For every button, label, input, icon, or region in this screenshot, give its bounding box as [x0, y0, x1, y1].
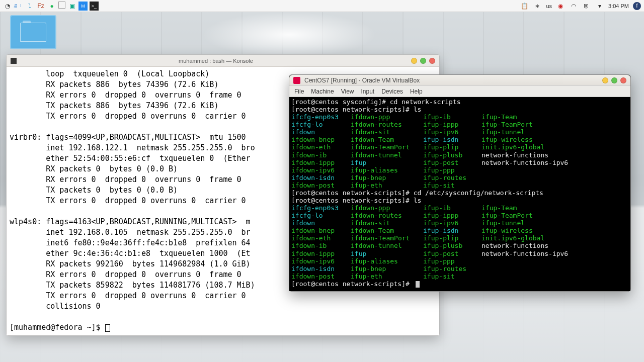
konsole-titlebar[interactable]: muhammed : bash — Konsole: [7, 55, 439, 67]
minimize-button[interactable]: [411, 58, 417, 64]
tray-right: 📋 ∗ us ◉ ◠ ⛨ ▾ 3:04 PM f: [520, 2, 641, 11]
cursor: [105, 324, 110, 332]
top-panel: ◔ ୬౹ ⤵ Fz ● ▣ M >_ 📋 ∗ us ◉ ◠ ⛨ ▾ 3:04 P…: [0, 0, 644, 12]
bluetooth-icon[interactable]: ∗: [533, 2, 542, 11]
virtualbox-window[interactable]: CentOS7 [Running] - Oracle VM VirtualBox…: [289, 74, 631, 292]
maximize-button[interactable]: [420, 58, 426, 64]
close-button[interactable]: [620, 77, 626, 83]
vbox-titlebar[interactable]: CentOS7 [Running] - Oracle VM VirtualBox: [289, 75, 630, 86]
menu-input[interactable]: Input: [361, 88, 375, 95]
wifi-icon[interactable]: ◠: [569, 2, 578, 11]
maximize-button[interactable]: [611, 77, 617, 83]
konsole-app-icon: [11, 58, 17, 64]
spotify-icon[interactable]: ●: [47, 2, 56, 11]
shield-icon[interactable]: ⛨: [582, 2, 591, 11]
mail-icon[interactable]: M: [78, 2, 88, 11]
menu-devices[interactable]: Devices: [381, 88, 403, 95]
desktop-folder[interactable]: [10, 15, 56, 49]
clipboard-icon[interactable]: 📋: [520, 2, 529, 11]
chevron-down-icon[interactable]: ▾: [595, 2, 604, 11]
desktop-icon[interactable]: [58, 2, 65, 9]
jedit-icon[interactable]: ୬౹: [14, 2, 23, 11]
terminal-output: loop txqueuelen 0 (Local Loopback) RX pa…: [10, 69, 255, 311]
vbox-title: CentOS7 [Running] - Oracle VM VirtualBox: [304, 77, 602, 84]
vbox-menubar: File Machine View Input Devices Help: [289, 86, 630, 97]
terminal-prompt: [muhammed@fedora ~]$: [10, 323, 105, 332]
vbox-app-icon: [293, 77, 300, 84]
konsole-icon[interactable]: >_: [90, 2, 99, 11]
filezilla-icon[interactable]: Fz: [36, 2, 45, 11]
clock[interactable]: 3:04 PM: [608, 3, 629, 9]
vbox-terminal[interactable]: [root@centos sysconfig]# cd network-scri…: [289, 97, 630, 291]
menu-help[interactable]: Help: [410, 88, 423, 95]
konsole-title: muhammed : bash — Konsole: [21, 58, 411, 64]
close-button[interactable]: [429, 58, 435, 64]
wallpaper-light: [201, 12, 377, 57]
folder-icon: [20, 23, 46, 42]
input-lang[interactable]: us: [546, 3, 552, 9]
fedora-icon[interactable]: f: [633, 2, 641, 10]
virtualbox-icon[interactable]: ▣: [67, 2, 76, 11]
tray-left: ◔ ୬౹ ⤵ Fz ● ▣ M >_: [3, 2, 99, 11]
minimize-button[interactable]: [602, 77, 608, 83]
menu-file[interactable]: File: [294, 88, 304, 95]
menu-view[interactable]: View: [341, 88, 354, 95]
menu-machine[interactable]: Machine: [311, 88, 334, 95]
dolphin-icon[interactable]: ⤵: [25, 2, 34, 11]
eclipse-icon[interactable]: ◔: [3, 2, 12, 11]
record-icon[interactable]: ◉: [556, 2, 565, 11]
